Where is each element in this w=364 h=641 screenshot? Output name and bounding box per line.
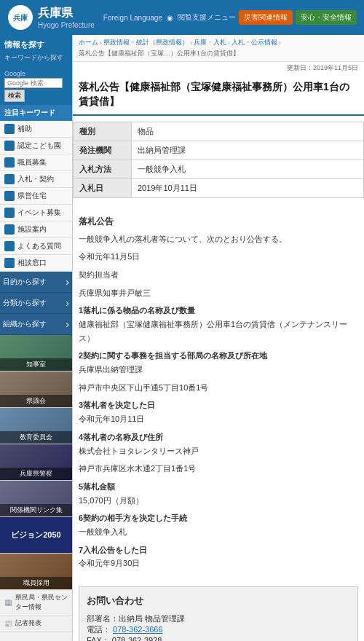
facility-label: 施設案内 [17, 224, 47, 235]
content-wrapper: 情報を探す キーワードから探す Google 検索 注目キーワード 補助 認定こ… [0, 35, 364, 641]
main-content: ホーム › 県政情報・統計（県政情報） › 兵庫・入札 › 入札・公示情報 › … [73, 35, 364, 641]
article-item4: 3落札者を決定した日 令和元年10月11日 [79, 398, 358, 425]
sidebar-item-kw5[interactable]: 県営住宅 [0, 188, 72, 205]
breadcrumb-home[interactable]: ホーム [79, 38, 98, 47]
item6-heading: 5落札金額 [79, 480, 358, 494]
organization-label: 組織から探す [3, 319, 47, 329]
item7-heading: 6契約の相手方を決定した手続 [79, 511, 358, 525]
police-label: 兵庫県警察 [0, 468, 72, 480]
kw4-icon [4, 174, 15, 184]
article-contract-value: 兵庫県知事井戸敏三 [79, 286, 358, 300]
breadcrumb-current: 落札公告【健康福祉部（宝塚…）公用車1台の賃貸借】 [79, 49, 240, 58]
info-table-value: 物品 [132, 122, 364, 141]
item3-value: 兵庫県出納管理課 [79, 363, 358, 377]
prefecture-name-en: Hyogo Prefecture [38, 21, 95, 29]
item6-value: 15,070円（月額） [79, 494, 358, 508]
info-table-value: 2019年10月11日 [132, 179, 364, 198]
foreign-language-link[interactable]: Foreign Language [103, 14, 162, 22]
item8-heading: 7入札公告をした日 [79, 543, 358, 557]
sidebar-nav-objective[interactable]: 目的から探す [0, 272, 72, 293]
recruit-label: 職員採用 [0, 577, 72, 589]
item5-address: 神戸市兵庫区水木通2丁目1番1号 [79, 462, 358, 476]
article-intro: 一般競争入札の落札者等について、次のとおり公告する。 [79, 232, 358, 246]
sidebar-item-facility[interactable]: 施設案内 [0, 221, 72, 238]
contact-tel: 電話： 078-362-3666 [87, 624, 350, 635]
sidebar-attention-section: 注目キーワード [0, 105, 72, 121]
kw2-label: 認定こども園 [17, 141, 61, 151]
education-label: 教育委員会 [0, 431, 72, 444]
article-item8: 7入札公告をした日 令和元年9月30日 [79, 543, 358, 570]
item3-address: 神戸市中央区下山手通5丁目10番1号 [79, 381, 358, 395]
breadcrumb-prefinfo[interactable]: 県政情報・統計（県政情報） [103, 38, 189, 47]
info-table-row: 種別物品 [74, 122, 364, 141]
breadcrumb-bid[interactable]: 兵庫・入札 [194, 38, 226, 47]
svg-text:兵庫: 兵庫 [13, 14, 28, 22]
sidebar-item-governor[interactable]: 知事室 [0, 335, 72, 371]
sidebar-item-consultation[interactable]: 相談窓口 [0, 255, 72, 272]
safety-info-button[interactable]: 安心・安全情報 [296, 10, 357, 25]
governor-label: 知事室 [0, 358, 72, 371]
article-item6: 5落札金額 15,070円（月額） [79, 480, 358, 507]
article-item1-date: 令和元年11月5日 [79, 250, 358, 264]
sidebar-item-police[interactable]: 兵庫県警察 [0, 444, 72, 481]
contact-tel-link[interactable]: 078-362-3666 [113, 625, 163, 634]
breadcrumb-notice[interactable]: 入札・公示情報 [232, 38, 277, 47]
sidebar-item-region[interactable]: 🏢 県民局・県民センター情報 [0, 590, 72, 616]
item4-heading: 3落札者を決定した日 [79, 398, 358, 412]
objective-label: 目的から探す [3, 277, 47, 287]
sidebar-google: Google 検索 [0, 67, 72, 105]
kw1-icon [4, 124, 15, 134]
info-table-value: 出納局管理課 [132, 141, 364, 160]
kw5-label: 県営住宅 [17, 191, 47, 201]
consultation-label: 相談窓口 [17, 258, 47, 268]
kw1-label: 補助 [17, 124, 32, 134]
article-body: 落札公告 一般競争入札の落札者等について、次のとおり公告する。 令和元年11月5… [73, 204, 364, 579]
sidebar-item-event[interactable]: イベント募集 [0, 205, 72, 221]
sidebar-item-link[interactable]: 関係機関リンク集 [0, 481, 72, 517]
kw5-icon [4, 191, 15, 201]
kw3-label: 職員募集 [17, 157, 47, 168]
sidebar-item-kw4[interactable]: 入札・契約 [0, 171, 72, 188]
region-icon: 🏢 [4, 599, 12, 606]
item3-heading: 2契約に関する事務を担当する部局の名称及び所在地 [79, 349, 358, 363]
sidebar-item-education[interactable]: 教育委員会 [0, 408, 72, 444]
info-table-row: 発注機関出納局管理課 [74, 141, 364, 160]
fax-label: FAX： [87, 636, 110, 641]
contact-title: お問い合わせ [87, 594, 350, 607]
sidebar-item-press[interactable]: 📰 記者発表 [0, 616, 72, 632]
header-logo: 兵庫 兵庫県 Hyogo Prefecture [7, 4, 95, 31]
press-icon: 📰 [4, 620, 12, 627]
item7-value: 一般競争入札 [79, 525, 358, 539]
sidebar-item-vision[interactable]: ビジョン2050 [0, 517, 72, 554]
contact-dept: 部署名：出納局 物品管理課 [87, 613, 350, 624]
sidebar-item-kw2[interactable]: 認定こども園 [0, 138, 72, 154]
item2-value: 健康福祉部（宝塚健康福祉事務所）公用車1台の賃貸借（メンテナンスリース） [79, 318, 358, 345]
sidebar-item-kw3[interactable]: 職員募集 [0, 154, 72, 171]
event-label: イベント募集 [17, 208, 61, 218]
press-label: 記者発表 [15, 618, 41, 628]
contact-fax: FAX： 078-362-3928 [87, 635, 350, 641]
disaster-info-button[interactable]: 災害関連情報 [239, 10, 293, 25]
info-table-label: 種別 [74, 122, 132, 141]
sidebar-item-recruit[interactable]: 職員採用 [0, 554, 72, 590]
info-table-label: 入札日 [74, 179, 132, 198]
sidebar-search-title: 情報を探す [4, 39, 68, 50]
info-table-row: 入札方法一般競争入札 [74, 160, 364, 179]
faq-icon [4, 241, 15, 251]
sidebar-nav-organization[interactable]: 組織から探す [0, 314, 72, 335]
support-menu-link[interactable]: 閲覧支援メニュー [178, 12, 236, 23]
sidebar-item-faq[interactable]: よくある質問 [0, 238, 72, 255]
sidebar-item-assembly[interactable]: 県議会 [0, 371, 72, 408]
event-icon [4, 208, 15, 218]
last-updated: 更新日：2019年11月5日 [73, 62, 364, 74]
sidebar-item-kw1[interactable]: 補助 [0, 121, 72, 138]
google-search-input[interactable] [4, 78, 63, 88]
sidebar-keyword-label: キーワードから探す [4, 53, 68, 63]
sidebar-nav-category[interactable]: 分類から探す [0, 293, 72, 314]
google-search-button[interactable]: 検索 [4, 90, 25, 102]
faq-label: よくある質問 [17, 241, 61, 251]
article-item7: 6契約の相手方を決定した手続 一般競争入札 [79, 511, 358, 538]
facility-icon [4, 224, 15, 235]
kw4-label: 入札・契約 [17, 174, 54, 184]
info-table-value: 一般競争入札 [132, 160, 364, 179]
